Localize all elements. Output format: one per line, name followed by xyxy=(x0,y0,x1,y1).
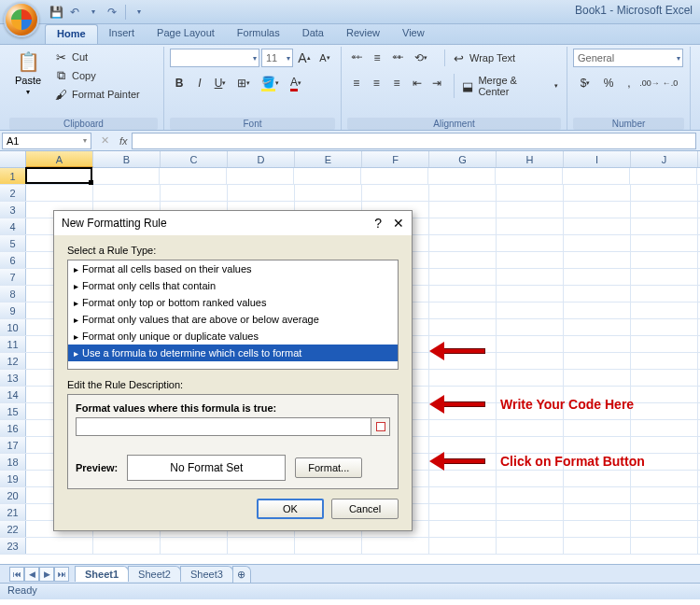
align-bottom-button[interactable]: ⬵ xyxy=(388,49,407,67)
customize-qat-icon[interactable]: ▾ xyxy=(132,5,147,20)
select-all-corner[interactable] xyxy=(0,151,26,167)
cell[interactable] xyxy=(564,286,631,302)
font-color-button[interactable]: A▾ xyxy=(284,74,308,92)
col-header[interactable]: F xyxy=(362,151,429,167)
dialog-title-bar[interactable]: New Formatting Rule ? ✕ xyxy=(54,211,412,235)
cell[interactable] xyxy=(564,420,631,436)
cell[interactable] xyxy=(563,168,630,184)
italic-button[interactable]: I xyxy=(190,74,209,92)
cell[interactable] xyxy=(161,185,228,201)
percent-button[interactable]: % xyxy=(599,74,618,92)
row-header[interactable]: 13 xyxy=(0,370,26,386)
cell[interactable] xyxy=(631,235,698,251)
align-left-button[interactable]: ≡ xyxy=(347,74,366,92)
cell[interactable] xyxy=(564,521,631,537)
name-box[interactable]: A1 xyxy=(2,133,91,149)
row-header[interactable]: 23 xyxy=(0,538,26,554)
row-header[interactable]: 12 xyxy=(0,353,26,369)
cell[interactable] xyxy=(362,538,429,554)
cell[interactable] xyxy=(428,168,496,184)
paste-button[interactable]: 📋 Paste ▾ xyxy=(9,49,47,98)
cell[interactable] xyxy=(497,218,564,234)
col-header[interactable]: A xyxy=(26,151,93,167)
cell[interactable] xyxy=(631,286,698,302)
align-center-button[interactable]: ≡ xyxy=(368,74,386,92)
cell[interactable] xyxy=(497,286,564,302)
row-header[interactable]: 18 xyxy=(0,454,26,470)
rule-type-item[interactable]: Format all cells based on their values xyxy=(68,260,398,277)
cell[interactable] xyxy=(497,353,564,369)
row-header[interactable]: 15 xyxy=(0,403,26,419)
first-sheet-button[interactable]: ⏮ xyxy=(9,567,24,582)
cell[interactable] xyxy=(564,504,631,520)
cell[interactable] xyxy=(497,521,564,537)
tab-data[interactable]: Data xyxy=(291,24,335,44)
row-header[interactable]: 21 xyxy=(0,504,26,520)
redo-icon[interactable]: ↷ xyxy=(105,5,119,20)
row-header[interactable]: 16 xyxy=(0,420,26,436)
shrink-font-button[interactable]: A▾ xyxy=(315,49,334,67)
cell[interactable] xyxy=(564,302,631,318)
col-header[interactable]: H xyxy=(497,151,564,167)
bold-button[interactable]: B xyxy=(170,74,189,92)
col-header[interactable]: C xyxy=(161,151,228,167)
col-header[interactable]: G xyxy=(429,151,497,167)
row-header[interactable]: 9 xyxy=(0,302,26,318)
rule-type-list[interactable]: Format all cells based on their values F… xyxy=(67,260,399,370)
save-icon[interactable]: 💾 xyxy=(49,5,63,20)
cell[interactable] xyxy=(227,168,294,184)
row-header[interactable]: 14 xyxy=(0,387,26,402)
cell[interactable] xyxy=(294,168,361,184)
undo-icon[interactable]: ↶ xyxy=(67,5,82,20)
cell[interactable] xyxy=(631,319,698,335)
border-button[interactable]: ⊞▾ xyxy=(231,74,256,92)
row-header[interactable]: 6 xyxy=(0,252,26,268)
prev-sheet-button[interactable]: ◀ xyxy=(24,567,39,582)
row-header[interactable]: 5 xyxy=(0,235,26,251)
cell[interactable] xyxy=(564,487,631,503)
cell[interactable] xyxy=(631,353,698,369)
underline-button[interactable]: U▾ xyxy=(211,74,230,92)
tab-page-layout[interactable]: Page Layout xyxy=(146,24,226,44)
col-header[interactable]: B xyxy=(93,151,161,167)
cell[interactable] xyxy=(631,185,698,201)
cell[interactable] xyxy=(25,167,92,184)
col-header[interactable]: E xyxy=(295,151,362,167)
format-painter-button[interactable]: 🖌Format Painter xyxy=(50,86,143,103)
cell[interactable] xyxy=(497,487,564,503)
cell[interactable] xyxy=(295,185,362,201)
format-button[interactable]: Format... xyxy=(295,457,362,478)
cell[interactable] xyxy=(429,370,497,386)
align-top-button[interactable]: ⬴ xyxy=(347,49,366,67)
range-selector-button[interactable] xyxy=(371,417,390,436)
cell[interactable] xyxy=(361,168,428,184)
col-header[interactable]: D xyxy=(228,151,295,167)
row-header[interactable]: 19 xyxy=(0,471,26,486)
cell[interactable] xyxy=(496,168,563,184)
cell[interactable] xyxy=(228,185,295,201)
copy-button[interactable]: ⧉Copy xyxy=(50,67,143,84)
cell[interactable] xyxy=(497,269,564,285)
cell[interactable] xyxy=(497,504,564,520)
cell[interactable] xyxy=(429,471,497,486)
rule-type-item[interactable]: Format only values that are above or bel… xyxy=(68,311,398,328)
cell[interactable] xyxy=(631,370,698,386)
help-icon[interactable]: ? xyxy=(374,216,382,231)
currency-button[interactable]: $▾ xyxy=(573,74,597,92)
cell[interactable] xyxy=(429,286,497,302)
row-header[interactable]: 8 xyxy=(0,286,26,302)
cell[interactable] xyxy=(429,269,497,285)
cell[interactable] xyxy=(631,403,698,419)
formula-input-field[interactable] xyxy=(76,417,371,436)
cell[interactable] xyxy=(631,202,698,218)
cell[interactable] xyxy=(429,538,497,554)
undo-more-icon[interactable]: ▾ xyxy=(86,5,101,20)
cancel-formula-icon[interactable]: ✕ xyxy=(93,134,116,147)
row-header[interactable]: 1 xyxy=(0,168,26,184)
orientation-button[interactable]: ⟲▾ xyxy=(409,49,433,67)
cell[interactable] xyxy=(26,185,93,201)
cell[interactable] xyxy=(564,471,631,486)
font-size-combo[interactable]: 11 xyxy=(261,49,293,67)
cell[interactable] xyxy=(497,538,564,554)
sheet-tab[interactable]: Sheet1 xyxy=(75,566,129,582)
